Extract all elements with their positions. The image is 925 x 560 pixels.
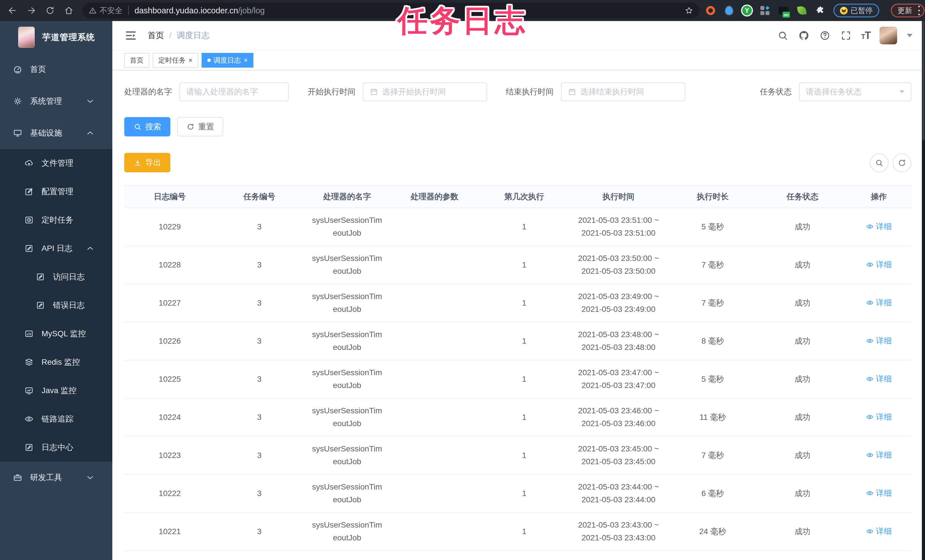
tab-首页[interactable]: 首页 <box>124 53 149 68</box>
handler-name-input[interactable] <box>186 87 282 96</box>
sidebar-item-MySQL-监控[interactable]: MySQL 监控 <box>0 319 112 348</box>
tab-close-icon[interactable]: × <box>244 57 248 64</box>
breadcrumb-home-link[interactable]: 首页 <box>148 30 164 41</box>
annotation-task-log-title: 任务日志 <box>398 1 527 41</box>
hamburger-icon[interactable] <box>124 29 137 42</box>
detail-link[interactable]: 详细 <box>866 488 892 498</box>
detail-link[interactable]: 详细 <box>866 450 892 461</box>
cell-execute-time: 2021-05-03 23:49:00 ~2021-05-03 23:49:00 <box>570 284 667 322</box>
browser-back-button[interactable] <box>6 4 19 17</box>
avatar[interactable] <box>880 27 897 44</box>
cell-handler-param <box>391 284 478 322</box>
sidebar-logo[interactable]: 芋道管理系统 <box>0 21 112 53</box>
cell-operation: 详细 <box>846 360 911 398</box>
tab-close-icon[interactable]: × <box>188 57 193 64</box>
avatar-caret-icon[interactable] <box>907 34 913 37</box>
sidebar-item-研发工具[interactable]: 研发工具 <box>0 462 112 494</box>
detail-link[interactable]: 详细 <box>866 412 892 422</box>
sidebar-item-文件管理[interactable]: 文件管理 <box>0 149 112 178</box>
cell-execute-index: 1 <box>478 551 570 560</box>
end-time-input[interactable] <box>580 87 678 96</box>
begin-time-input[interactable] <box>382 87 480 96</box>
extension-adblock-icon[interactable] <box>705 5 716 16</box>
sidebar-item-基础设施[interactable]: 基础设施 <box>0 117 112 149</box>
header-search-icon[interactable] <box>777 30 789 42</box>
browser-forward-button[interactable] <box>25 4 38 17</box>
document-edit-icon <box>24 243 34 254</box>
not-secure-indicator[interactable]: 不安全 <box>89 5 122 16</box>
detail-link[interactable]: 详细 <box>866 526 892 537</box>
toggle-search-button[interactable] <box>870 154 889 172</box>
detail-link[interactable]: 详细 <box>866 336 892 346</box>
begin-time-input-wrap <box>363 83 487 101</box>
fullscreen-icon[interactable] <box>840 30 852 42</box>
cell-handler-name: sysUserSessionTimeoutJob <box>303 322 391 360</box>
status-select[interactable]: 请选择任务状态 <box>799 83 911 101</box>
export-button[interactable]: 导出 <box>124 153 170 172</box>
browser-update-button[interactable]: 更新 <box>891 4 924 17</box>
browser-menu-kebab-icon[interactable] <box>918 6 920 15</box>
sidebar-item-API-日志[interactable]: API 日志 <box>0 234 112 263</box>
sidebar-item-错误日志[interactable]: 错误日志 <box>0 291 112 319</box>
extension-leaf-icon[interactable] <box>797 5 807 16</box>
table-row: 102253sysUserSessionTimeoutJob12021-05-0… <box>124 360 911 398</box>
cell-handler-param <box>391 208 478 246</box>
sidebar-item-日志中心[interactable]: 日志中心 <box>0 433 112 462</box>
cell-status: 成功 <box>759 437 846 474</box>
font-size-icon[interactable]: TT <box>861 30 871 42</box>
cell-handler-param <box>391 551 478 560</box>
paused-extension-badge[interactable]: 已暂停 <box>833 4 879 17</box>
cell-operation: 详细 <box>846 208 911 246</box>
extension-drop-icon[interactable] <box>724 5 735 16</box>
cell-duration: 7 毫秒 <box>667 246 759 284</box>
browser-home-button[interactable] <box>63 4 75 17</box>
sidebar-item-Java-监控[interactable]: Java 监控 <box>0 376 112 405</box>
sidebar-item-首页[interactable]: 首页 <box>0 53 112 85</box>
page-scrollbar[interactable] <box>922 21 925 560</box>
cell-operation: 详细 <box>846 322 911 360</box>
app-title: 芋道管理系统 <box>42 32 95 43</box>
extension-grid-icon[interactable] <box>759 5 770 16</box>
address-bar[interactable]: 不安全 dashboard.yudao.iocoder.cn/job/log <box>83 3 699 18</box>
browser-reload-button[interactable] <box>44 4 56 17</box>
cell-execute-index: 1 <box>478 322 570 360</box>
refresh-table-button[interactable] <box>893 154 911 172</box>
sidebar-item-Redis-监控[interactable]: Redis 监控 <box>0 348 112 376</box>
cell-execute-time: 2021-05-03 23:48:00 ~2021-05-03 23:48:00 <box>570 322 667 360</box>
cell-status: 成功 <box>759 208 846 246</box>
extensions-puzzle-icon[interactable] <box>815 5 826 16</box>
search-button[interactable]: 搜索 <box>124 117 170 137</box>
cell-duration: 6 毫秒 <box>667 551 759 560</box>
reset-button[interactable]: 重置 <box>177 117 223 137</box>
view-eye-icon <box>866 375 874 383</box>
tab-调度日志[interactable]: 调度日志× <box>202 53 253 68</box>
tab-定时任务[interactable]: 定时任务× <box>153 53 198 68</box>
page-url: dashboard.yudao.iocoder.cn/job/log <box>134 6 265 15</box>
detail-link-label: 详细 <box>876 488 892 498</box>
sidebar-item-访问日志[interactable]: 访问日志 <box>0 263 112 291</box>
detail-link[interactable]: 详细 <box>866 221 892 232</box>
detail-link[interactable]: 详细 <box>866 297 892 308</box>
gear-icon <box>12 96 23 106</box>
bookmark-star-icon[interactable] <box>685 6 693 15</box>
detail-link[interactable]: 详细 <box>866 373 892 384</box>
cell-handler-name: sysUserSessionTimeoutJob <box>303 398 391 437</box>
extension-on-switch-icon[interactable] <box>778 5 789 16</box>
table-tools <box>870 154 911 172</box>
help-icon[interactable] <box>819 30 831 42</box>
sidebar-item-配置管理[interactable]: 配置管理 <box>0 178 112 206</box>
detail-link[interactable]: 详细 <box>866 259 892 270</box>
detail-link-label: 详细 <box>876 259 892 270</box>
update-label: 更新 <box>898 6 912 16</box>
cell-status: 成功 <box>759 284 846 322</box>
github-icon[interactable] <box>798 30 810 42</box>
sidebar-item-系统管理[interactable]: 系统管理 <box>0 85 112 117</box>
table-row: 102203sysUserSessionTimeoutJob12021-05-0… <box>124 551 911 560</box>
cell-job-id: 3 <box>215 208 303 246</box>
sidebar-item-定时任务[interactable]: 定时任务 <box>0 206 112 234</box>
detail-link-label: 详细 <box>876 221 892 232</box>
sidebar-item-链路追踪[interactable]: 链路追踪 <box>0 405 112 433</box>
column-header-处理器的名字: 处理器的名字 <box>303 186 391 208</box>
chevron-icon <box>85 473 95 483</box>
extension-y-icon[interactable]: Y <box>742 6 752 15</box>
